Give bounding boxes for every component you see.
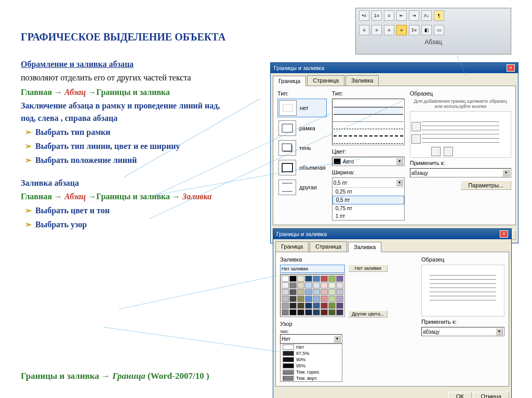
color-cell[interactable] xyxy=(289,309,297,315)
border-left-button[interactable] xyxy=(431,147,441,156)
type-3d[interactable]: объемная xyxy=(277,159,327,176)
line-style-list[interactable] xyxy=(332,99,405,145)
multilevel-button[interactable]: ≡ xyxy=(384,10,394,21)
shading-button[interactable]: ◧ xyxy=(421,25,432,35)
params-button[interactable]: Параметры... xyxy=(460,181,511,190)
tab-border[interactable]: Граница xyxy=(275,241,309,252)
width-opt-05[interactable]: 0,5 пт xyxy=(332,196,404,204)
pattern-opt[interactable]: Тем. гориз. xyxy=(281,369,342,375)
pattern-opt[interactable]: 87,5% xyxy=(281,350,342,356)
chevron-down-icon[interactable]: ▾ xyxy=(334,335,341,342)
width-combo[interactable]: 0,5 пт ▾ 0,25 пт 0,5 пт 0,75 пт 1 пт xyxy=(332,177,405,221)
color-cell[interactable] xyxy=(305,296,312,302)
color-cell[interactable] xyxy=(336,289,343,295)
color-cell[interactable] xyxy=(328,289,336,295)
pattern-opt[interactable]: Тем. верт. xyxy=(281,375,342,381)
color-cell[interactable] xyxy=(313,303,320,309)
color-cell[interactable] xyxy=(321,296,328,302)
tab-page[interactable]: Страница xyxy=(307,75,344,86)
sort-button[interactable]: A↓ xyxy=(421,10,432,21)
color-cell[interactable] xyxy=(282,296,289,302)
pattern-opt[interactable]: 95% xyxy=(281,363,342,369)
width-opt-025[interactable]: 0,25 пт xyxy=(332,188,404,196)
align-center-button[interactable]: ≡ xyxy=(371,25,382,35)
dialog-titlebar[interactable]: Границы и заливка × xyxy=(273,229,511,239)
cancel-button[interactable]: Отмена xyxy=(473,392,509,398)
color-cell[interactable] xyxy=(297,289,304,295)
width-opt-075[interactable]: 0,75 пт xyxy=(332,204,404,212)
close-icon[interactable]: × xyxy=(500,230,508,238)
color-cell[interactable] xyxy=(313,296,320,302)
color-cell[interactable] xyxy=(305,303,312,309)
color-cell[interactable] xyxy=(289,282,297,289)
apply-combo[interactable]: абзацу ▾ xyxy=(410,168,511,177)
pattern-combo[interactable]: Нет ▾ xyxy=(280,334,342,344)
color-cell[interactable] xyxy=(305,289,312,295)
color-cell[interactable] xyxy=(297,303,304,309)
color-cell[interactable] xyxy=(282,282,289,289)
type-custom[interactable]: другая xyxy=(277,179,327,196)
color-cell[interactable] xyxy=(297,276,304,282)
type-none[interactable]: нет xyxy=(277,99,327,117)
border-top-button[interactable] xyxy=(411,122,421,131)
color-cell[interactable] xyxy=(336,303,343,309)
chevron-down-icon[interactable]: ▾ xyxy=(496,328,503,335)
color-cell[interactable] xyxy=(297,296,304,302)
pattern-list[interactable]: Нет 87,5% 90% 95% Тем. гориз. Тем. верт. xyxy=(280,344,342,382)
color-cell[interactable] xyxy=(282,289,289,295)
color-cell[interactable] xyxy=(336,309,343,315)
line-spacing-button[interactable]: ‡≡ xyxy=(409,25,419,35)
no-fill-button[interactable]: Нет заливки xyxy=(348,265,388,272)
align-right-button[interactable]: ≡ xyxy=(384,25,394,35)
color-cell[interactable] xyxy=(313,309,320,315)
color-cell[interactable] xyxy=(321,309,328,315)
tab-border[interactable]: Граница xyxy=(273,76,306,86)
color-cell[interactable] xyxy=(328,282,336,289)
pilcrow-button[interactable]: ¶ xyxy=(434,10,444,21)
color-cell[interactable] xyxy=(321,289,328,295)
color-cell[interactable] xyxy=(328,309,336,315)
color-cell[interactable] xyxy=(328,303,336,309)
pattern-opt[interactable]: 90% xyxy=(281,356,342,363)
align-left-button[interactable]: ≡ xyxy=(359,25,369,35)
borders-button[interactable]: ▭ xyxy=(434,25,444,35)
color-palette[interactable] xyxy=(280,274,345,317)
color-cell[interactable] xyxy=(289,296,297,302)
width-opt-1[interactable]: 1 пт xyxy=(332,212,404,220)
ok-button[interactable]: ОК xyxy=(448,392,472,398)
chevron-down-icon[interactable]: ▾ xyxy=(396,158,403,165)
border-right-button[interactable] xyxy=(444,147,453,156)
color-cell[interactable] xyxy=(305,282,312,289)
indent-decrease-button[interactable]: ⇤ xyxy=(396,10,407,21)
color-cell[interactable] xyxy=(336,296,343,302)
color-cell[interactable] xyxy=(282,276,289,282)
color-cell[interactable] xyxy=(313,282,320,289)
color-cell[interactable] xyxy=(313,276,320,282)
color-cell[interactable] xyxy=(328,276,336,282)
indent-increase-button[interactable]: ⇥ xyxy=(409,10,419,21)
bullets-button[interactable]: •≡ xyxy=(359,10,369,21)
color-cell[interactable] xyxy=(313,289,320,295)
color-cell[interactable] xyxy=(289,303,297,309)
color-cell[interactable] xyxy=(321,303,328,309)
color-cell[interactable] xyxy=(289,289,297,295)
tab-fill[interactable]: Заливка xyxy=(345,75,379,86)
color-cell[interactable] xyxy=(336,276,343,282)
color-cell[interactable] xyxy=(305,276,312,282)
dialog-titlebar[interactable]: Границы и заливка × xyxy=(271,63,518,73)
apply-combo[interactable]: абзацу ▾ xyxy=(421,327,504,336)
color-cell[interactable] xyxy=(305,309,312,315)
numbering-button[interactable]: 1≡ xyxy=(371,10,382,21)
color-cell[interactable] xyxy=(321,282,328,289)
color-cell[interactable] xyxy=(282,303,289,309)
color-cell[interactable] xyxy=(282,309,289,315)
close-icon[interactable]: × xyxy=(507,64,515,72)
color-cell[interactable] xyxy=(289,276,297,282)
chevron-down-icon[interactable]: ▾ xyxy=(502,169,510,176)
color-cell[interactable] xyxy=(297,282,304,289)
tab-page[interactable]: Страница xyxy=(310,241,347,252)
color-cell[interactable] xyxy=(328,296,336,302)
align-justify-button[interactable]: ≡ xyxy=(396,25,407,35)
color-cell[interactable] xyxy=(297,309,304,315)
tab-fill[interactable]: Заливка xyxy=(348,242,381,252)
